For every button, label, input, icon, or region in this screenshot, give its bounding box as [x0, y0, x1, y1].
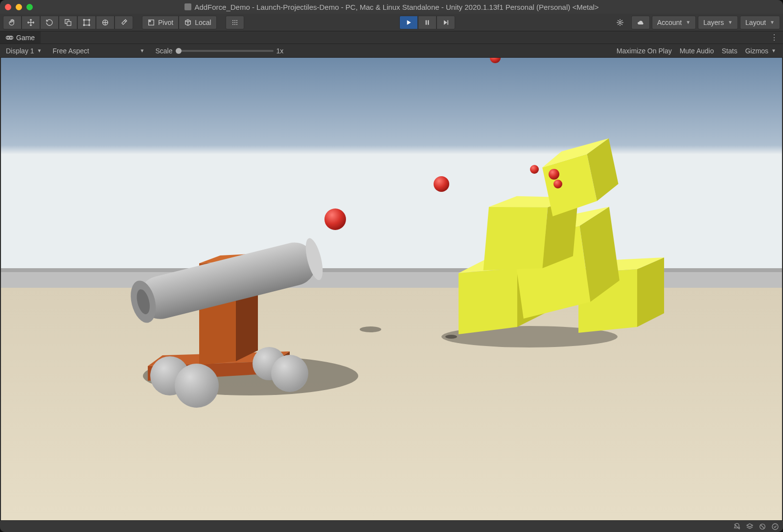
- svg-point-13: [234, 22, 235, 23]
- svg-point-17: [236, 24, 237, 25]
- svg-point-4: [83, 24, 85, 26]
- chevron-down-icon: ▼: [771, 48, 776, 53]
- rotate-tool-button[interactable]: [40, 16, 59, 29]
- status-bar: [0, 520, 783, 532]
- svg-rect-18: [426, 20, 427, 24]
- close-window-button[interactable]: [5, 4, 11, 10]
- tab-strip: Game ⋮: [0, 31, 783, 44]
- editor-tool-button[interactable]: [115, 16, 133, 29]
- collab-icon: [616, 19, 624, 26]
- scale-icon: [64, 19, 72, 26]
- svg-point-10: [234, 20, 235, 21]
- svg-marker-28: [1, 288, 782, 520]
- tab-options-button[interactable]: ⋮: [765, 33, 783, 42]
- debug-off-icon[interactable]: [759, 523, 766, 531]
- svg-point-3: [89, 19, 90, 21]
- svg-point-46: [445, 335, 457, 339]
- game-tab-icon: [6, 35, 13, 40]
- svg-rect-1: [84, 20, 90, 25]
- svg-point-40: [271, 355, 308, 392]
- hand-tool-button[interactable]: [3, 16, 22, 29]
- step-button[interactable]: [437, 16, 455, 29]
- mute-audio-toggle[interactable]: Mute Audio: [676, 46, 718, 56]
- svg-point-38: [175, 364, 219, 408]
- scale-control: Scale 1x: [153, 46, 287, 56]
- display-dropdown[interactable]: Display 1▼: [3, 46, 45, 56]
- display-label: Display 1: [6, 47, 34, 55]
- tab-game[interactable]: Game: [0, 31, 41, 44]
- mute-label: Mute Audio: [680, 47, 714, 55]
- window-title: AddForce_Demo - Launch-Projectiles-Demo …: [194, 3, 599, 11]
- chevron-down-icon: ▼: [728, 20, 733, 25]
- svg-rect-0: [67, 22, 71, 25]
- svg-marker-47: [459, 268, 517, 334]
- wrench-icon: [120, 19, 128, 26]
- layers-dropdown[interactable]: Layers▼: [698, 16, 738, 29]
- projectile-sprite: [434, 176, 449, 192]
- play-controls-group: [399, 16, 455, 29]
- svg-point-11: [236, 20, 237, 21]
- svg-marker-56: [484, 202, 548, 276]
- gizmos-dropdown[interactable]: Gizmos▼: [741, 46, 780, 56]
- transform-tool-button[interactable]: [96, 16, 115, 29]
- chevron-down-icon: ▼: [37, 48, 42, 53]
- svg-point-63: [772, 524, 778, 530]
- move-tool-button[interactable]: [22, 16, 40, 29]
- game-viewport[interactable]: [1, 58, 782, 520]
- account-dropdown[interactable]: Account▼: [652, 16, 696, 29]
- projectile-sprite: [324, 208, 346, 230]
- pivot-toggle-button[interactable]: Pivot: [142, 16, 179, 29]
- aspect-dropdown[interactable]: Free Aspect ▼: [50, 46, 148, 56]
- pivot-icon: [147, 19, 155, 26]
- projectile-sprite: [549, 169, 559, 180]
- local-label: Local: [195, 19, 211, 26]
- layers-label: Layers: [703, 19, 724, 26]
- stats-label: Stats: [722, 47, 737, 55]
- rotate-icon: [46, 19, 53, 26]
- stats-toggle[interactable]: Stats: [718, 46, 741, 56]
- layout-dropdown[interactable]: Layout▼: [740, 16, 780, 29]
- pause-icon: [423, 19, 431, 26]
- svg-point-5: [89, 24, 90, 26]
- chevron-down-icon: ▼: [686, 20, 691, 25]
- bell-off-icon[interactable]: [733, 523, 741, 531]
- maximize-window-button[interactable]: [26, 4, 33, 10]
- account-label: Account: [657, 19, 682, 26]
- projectile-sprite: [530, 165, 539, 174]
- pivot-label: Pivot: [158, 19, 173, 26]
- cloud-icon: [637, 19, 645, 26]
- svg-point-14: [236, 22, 237, 23]
- snap-toggle-button[interactable]: [226, 16, 244, 29]
- maximize-label: Maximize On Play: [617, 47, 672, 55]
- cloud-button[interactable]: [631, 16, 650, 29]
- local-toggle-button[interactable]: Local: [179, 16, 216, 29]
- chevron-down-icon: ▼: [140, 48, 145, 53]
- svg-point-9: [232, 20, 233, 21]
- svg-point-15: [232, 24, 233, 25]
- svg-point-12: [232, 22, 233, 23]
- rect-icon: [83, 19, 91, 26]
- svg-point-2: [83, 19, 85, 21]
- move-icon: [27, 19, 35, 26]
- unity-logo-icon: [184, 3, 191, 10]
- chevron-down-icon: ▼: [770, 20, 775, 25]
- minimize-window-button[interactable]: [16, 4, 22, 10]
- game-view-bar: Display 1▼ Free Aspect ▼ Scale 1x Maximi…: [0, 44, 783, 58]
- autosave-icon[interactable]: [746, 523, 754, 531]
- step-icon: [442, 19, 450, 26]
- maximize-on-play-toggle[interactable]: Maximize On Play: [613, 46, 676, 56]
- svg-point-21: [619, 22, 621, 23]
- scale-label: Scale: [156, 47, 173, 55]
- scale-slider[interactable]: [176, 50, 274, 52]
- rect-tool-button[interactable]: [77, 16, 96, 29]
- pause-button[interactable]: [418, 16, 437, 29]
- play-icon: [405, 19, 413, 26]
- scale-value: 1x: [276, 47, 284, 55]
- transform-tools-group: [3, 16, 133, 29]
- svg-rect-19: [428, 20, 429, 24]
- scale-tool-button[interactable]: [59, 16, 77, 29]
- progress-idle-icon[interactable]: [771, 523, 779, 531]
- play-button[interactable]: [399, 16, 418, 29]
- collab-button[interactable]: [611, 16, 629, 29]
- svg-point-30: [360, 326, 381, 332]
